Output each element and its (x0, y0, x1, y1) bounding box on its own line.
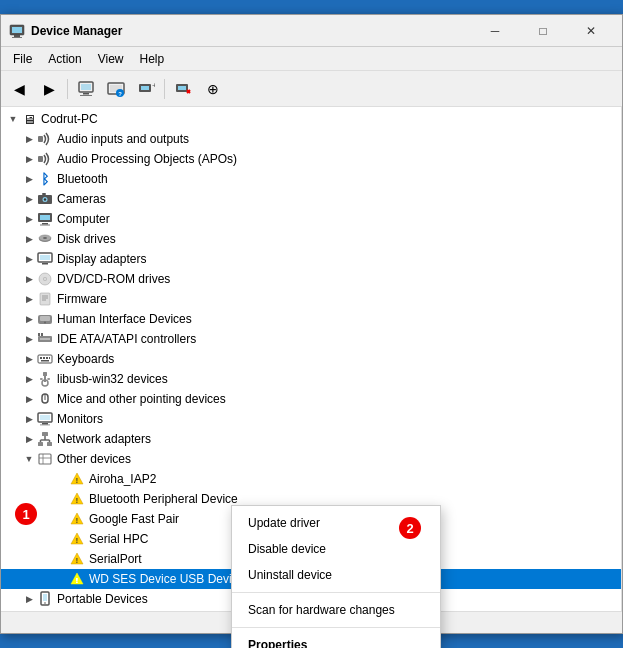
display-expander[interactable]: ▶ (21, 249, 37, 269)
cameras-expander[interactable]: ▶ (21, 189, 37, 209)
properties-button[interactable] (72, 75, 100, 103)
portable-expander[interactable]: ▶ (21, 589, 37, 609)
tree-root[interactable]: ▼ 🖥 Codrut-PC (1, 109, 621, 129)
mice-expander[interactable]: ▶ (21, 389, 37, 409)
keyboards-expander[interactable]: ▶ (21, 349, 37, 369)
svg-rect-16 (178, 86, 186, 90)
svg-rect-6 (83, 93, 89, 95)
computer-expander[interactable]: ▶ (21, 209, 37, 229)
ctx-scan-hardware[interactable]: Scan for hardware changes (232, 597, 440, 623)
airoha-label: Airoha_IAP2 (89, 472, 156, 486)
root-expander[interactable]: ▼ (5, 109, 21, 129)
help-button[interactable]: ⊕ (199, 75, 227, 103)
bluetooth-icon: ᛒ (37, 171, 53, 187)
scan-changes-button[interactable]: ? (102, 75, 130, 103)
tree-item-dvd[interactable]: ▶ DVD/CD-ROM drives (1, 269, 621, 289)
root-label: Codrut-PC (41, 112, 98, 126)
disk-label: Disk drives (57, 232, 116, 246)
google-fast-icon: ! (69, 511, 85, 527)
update-driver-button[interactable]: + (132, 75, 160, 103)
tree-item-computer[interactable]: ▶ Computer (1, 209, 621, 229)
title-bar: Device Manager ─ □ ✕ (1, 15, 622, 47)
audio-proc-expander[interactable]: ▶ (21, 149, 37, 169)
svg-rect-68 (42, 432, 48, 436)
wd-ses-label: WD SES Device USB Device (89, 572, 244, 586)
ctx-disable-device[interactable]: Disable device (232, 536, 440, 562)
audio-io-icon (37, 131, 53, 147)
tree-item-bluetooth[interactable]: ▶ ᛒ Bluetooth (1, 169, 621, 189)
tree-item-airoha[interactable]: ▶ ! Airoha_IAP2 (1, 469, 621, 489)
minimize-button[interactable]: ─ (472, 15, 518, 47)
svg-rect-53 (49, 357, 50, 359)
ctx-properties[interactable]: Properties (232, 632, 440, 648)
forward-button[interactable]: ▶ (35, 75, 63, 103)
svg-rect-50 (40, 357, 42, 359)
tree-item-hid[interactable]: ▶ Human Interface Devices (1, 309, 621, 329)
svg-rect-48 (41, 333, 43, 336)
toolbar-separator-2 (164, 79, 165, 99)
other-label: Other devices (57, 452, 131, 466)
close-button[interactable]: ✕ (568, 15, 614, 47)
tree-item-keyboards[interactable]: ▶ Keyboards (1, 349, 621, 369)
firmware-expander[interactable]: ▶ (21, 289, 37, 309)
tree-item-monitors[interactable]: ▶ Monitors (1, 409, 621, 429)
bluetooth-expander[interactable]: ▶ (21, 169, 37, 189)
svg-rect-75 (39, 454, 51, 464)
window-controls: ─ □ ✕ (472, 15, 614, 47)
hid-icon (37, 311, 53, 327)
display-icon (37, 251, 53, 267)
disk-expander[interactable]: ▶ (21, 229, 37, 249)
ide-expander[interactable]: ▶ (21, 329, 37, 349)
menu-view[interactable]: View (90, 50, 132, 68)
audio-io-expander[interactable]: ▶ (21, 129, 37, 149)
keyboards-label: Keyboards (57, 352, 114, 366)
menu-help[interactable]: Help (132, 50, 173, 68)
svg-rect-20 (38, 156, 43, 162)
computer-tree-icon (37, 211, 53, 227)
svg-rect-34 (42, 263, 48, 265)
svg-rect-7 (80, 95, 92, 96)
svg-rect-26 (40, 215, 50, 220)
back-button[interactable]: ◀ (5, 75, 33, 103)
bt-periph-label: Bluetooth Peripheral Device (89, 492, 238, 506)
tree-item-firmware[interactable]: ▶ Firmware (1, 289, 621, 309)
tree-item-audio-io[interactable]: ▶ Audio inputs and outputs (1, 129, 621, 149)
dvd-expander[interactable]: ▶ (21, 269, 37, 289)
svg-point-37 (44, 278, 46, 280)
computer-label: Computer (57, 212, 110, 226)
hid-expander[interactable]: ▶ (21, 309, 37, 329)
svg-point-23 (44, 198, 46, 200)
svg-rect-91 (43, 594, 47, 601)
ctx-uninstall-device[interactable]: Uninstall device (232, 562, 440, 588)
menu-file[interactable]: File (5, 50, 40, 68)
svg-rect-5 (81, 84, 91, 90)
menu-action[interactable]: Action (40, 50, 89, 68)
tree-item-network[interactable]: ▶ Network adapters (1, 429, 621, 449)
network-expander[interactable]: ▶ (21, 429, 37, 449)
maximize-button[interactable]: □ (520, 15, 566, 47)
tree-item-mice[interactable]: ▶ Mice and other pointing devices (1, 389, 621, 409)
libusb-expander[interactable]: ▶ (21, 369, 37, 389)
svg-text:!: ! (76, 577, 78, 584)
svg-text:!: ! (76, 537, 78, 544)
cameras-label: Cameras (57, 192, 106, 206)
tree-item-ide[interactable]: ▶ IDE ATA/ATAPI controllers (1, 329, 621, 349)
svg-rect-28 (40, 225, 50, 226)
tree-item-disk[interactable]: ▶ Disk drives (1, 229, 621, 249)
monitors-expander[interactable]: ▶ (21, 409, 37, 429)
libusb-label: libusb-win32 devices (57, 372, 168, 386)
other-expander[interactable]: ▼ (21, 449, 37, 469)
svg-rect-33 (40, 255, 50, 260)
svg-point-61 (48, 378, 50, 380)
tree-item-cameras[interactable]: ▶ Cameras (1, 189, 621, 209)
tree-item-display[interactable]: ▶ Display adapters (1, 249, 621, 269)
badge-1: 1 (15, 503, 37, 525)
keyboards-icon (37, 351, 53, 367)
ctx-separator-2 (232, 627, 440, 628)
tree-item-audio-proc[interactable]: ▶ Audio Processing Objects (APOs) (1, 149, 621, 169)
mice-label: Mice and other pointing devices (57, 392, 226, 406)
serial-hpc-icon: ! (69, 531, 85, 547)
uninstall-button[interactable] (169, 75, 197, 103)
tree-item-libusb[interactable]: ▶ libusb-win32 devices (1, 369, 621, 389)
tree-item-other[interactable]: ▼ Other devices (1, 449, 621, 469)
